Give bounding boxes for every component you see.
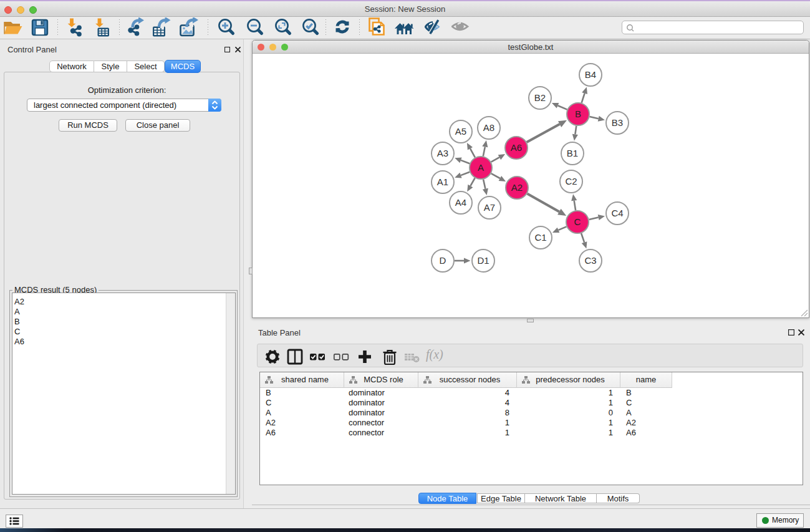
- svg-text:A8: A8: [483, 122, 494, 133]
- svg-text:A2: A2: [511, 182, 523, 193]
- svg-text:C: C: [574, 216, 581, 227]
- svg-text:D1: D1: [477, 255, 489, 266]
- svg-text:A4: A4: [455, 197, 466, 208]
- svg-text:C3: C3: [584, 255, 596, 266]
- svg-text:D: D: [440, 255, 446, 266]
- svg-text:C1: C1: [534, 232, 546, 243]
- svg-text:B: B: [575, 109, 581, 119]
- svg-text:A6: A6: [511, 142, 522, 153]
- svg-text:A7: A7: [484, 202, 495, 213]
- svg-text:C4: C4: [611, 208, 623, 218]
- svg-text:A5: A5: [455, 126, 466, 137]
- svg-text:B3: B3: [612, 117, 623, 128]
- svg-text:B1: B1: [567, 148, 578, 158]
- svg-text:A1: A1: [437, 177, 448, 187]
- svg-text:B2: B2: [534, 92, 546, 103]
- svg-text:A: A: [478, 162, 484, 173]
- svg-text:A3: A3: [437, 148, 448, 158]
- svg-text:B4: B4: [585, 69, 596, 80]
- svg-text:C2: C2: [565, 176, 577, 186]
